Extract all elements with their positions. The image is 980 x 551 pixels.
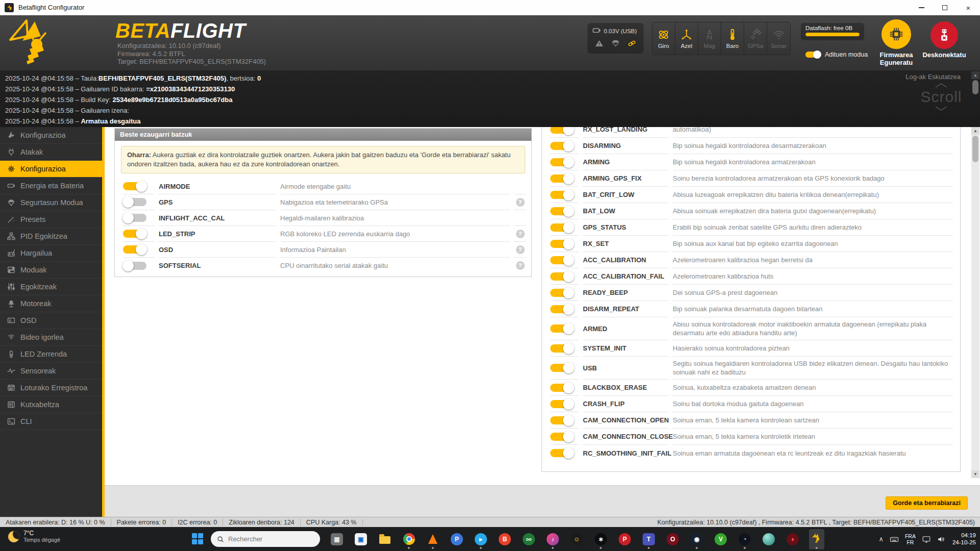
chrome-icon[interactable] [401,529,416,549]
touch-keyboard-icon[interactable] [922,535,931,544]
disarming-toggle[interactable] [550,142,574,150]
disconnect-button[interactable]: Deskonektatu [914,21,975,59]
help-icon[interactable]: ? [516,198,525,207]
speaker-icon[interactable] [937,535,946,544]
sidebar-item-konfigurazioa[interactable]: Konfigurazioa [0,127,102,144]
log-scrollbar-thumb[interactable] [972,80,978,94]
help-icon[interactable]: ? [516,230,525,238]
blackbox-erase-toggle[interactable] [550,384,574,392]
pinterest-app-icon[interactable]: P [617,529,632,549]
cam-connection-close-toggle[interactable] [550,433,574,441]
sidebar-item-moduak[interactable]: Moduak [0,262,102,279]
sidebar-item-loturako-erregistroa[interactable]: Loturako Erregistroa [0,380,102,396]
steam-app-icon[interactable]: ◉ [689,529,704,549]
disarm-repeat-toggle[interactable] [550,305,574,313]
help-icon[interactable]: ? [516,261,525,270]
start-button[interactable] [192,533,203,544]
scroll-down-arrow-icon[interactable]: ▼ [971,470,979,478]
sidebar-item-led-zerrenda[interactable]: LED Zerrenda [0,346,102,363]
bat-low-toggle[interactable] [550,207,574,215]
rx-lost-landing-toggle[interactable] [550,127,574,134]
sidebar-item-motoreak[interactable]: Motoreak [0,295,102,312]
paint-app-icon[interactable]: P [449,529,464,549]
green-app-icon[interactable]: oo [521,529,536,549]
sidebar-item-kutxabeltza[interactable]: Kutxabeltza [0,396,102,413]
sidebar-item-energia-eta-bateria[interactable]: Energia eta Bateria [0,178,102,194]
language-indicator[interactable]: FRA FR [905,533,916,545]
maximize-button[interactable] [933,0,957,15]
taskbar-weather[interactable]: 7°C Temps dégagé [8,530,60,543]
log-scrollbar[interactable]: ▲ [971,71,979,126]
sidebar-item-segurtasun-modua[interactable]: Segurtasun Modua [0,194,102,211]
minimize-button[interactable] [910,0,933,15]
help-icon[interactable]: ? [516,245,525,254]
file-explorer-icon[interactable] [377,529,393,549]
sidebar-item-egokitzeak[interactable]: Egokitzeak [0,279,102,295]
sidebar-item-bideo-igorlea[interactable]: Bideo igorlea [0,329,102,346]
window-title: Betaflight Configurator [18,4,84,11]
microsoft-store-icon[interactable]: ▣ [353,529,369,549]
save-and-reboot-button[interactable]: Gorde eta berrabiarazi [886,496,968,510]
telegram-icon[interactable]: ▸ [473,529,488,549]
betaflight-app-icon[interactable] [809,529,824,549]
close-button[interactable]: × [957,0,980,15]
sidebar-item-sensoreak[interactable]: Sensoreak [0,363,102,380]
arming-gps-fix-toggle[interactable] [550,174,574,183]
softserial-toggle[interactable] [123,262,146,270]
log-scroll-indicator[interactable]: Scroll [917,83,966,111]
system-init-toggle[interactable] [550,344,574,353]
usb-toggle[interactable] [550,364,574,372]
bat-crit-low-toggle[interactable] [550,191,574,199]
osd-toggle[interactable] [123,245,146,254]
inflight-acc-cal-toggle[interactable] [123,214,146,222]
sidebar-item-label: Presets [20,215,45,223]
led-strip-toggle[interactable] [123,230,146,238]
chatgpt-app-icon[interactable]: ∗ [593,529,608,549]
scroll-up-arrow-icon[interactable]: ▲ [971,127,979,135]
music-app-icon[interactable]: ♪ [545,529,560,549]
rx-set-toggle[interactable] [550,240,574,248]
darkred-app-icon[interactable]: ♦ [785,529,800,549]
ready-beep-toggle[interactable] [550,289,574,297]
hide-logs-link[interactable]: Log-ak Eskutatzea [905,73,961,81]
baro-icon [726,28,739,41]
gps-toggle[interactable] [123,198,146,206]
taskbar-clock[interactable]: 04:19 24-10-25 [952,532,976,546]
arming-toggle[interactable] [550,158,574,166]
vlc-icon[interactable] [425,529,440,549]
sidebar-item-pid-egokitzea[interactable]: PID Egokitzea [0,228,102,245]
cam-connection-open-toggle[interactable] [550,416,574,424]
rc-smoothing-init-fail-toggle[interactable] [550,449,574,457]
sphere-app-icon[interactable] [761,529,776,549]
sidebar-item-konfigurazioa[interactable]: Konfigurazioa [0,161,102,178]
log-line: 2025-10-24 @04:15:58 – Gailuaren ID baka… [5,84,261,94]
hidden-icons-caret[interactable]: ∧ [878,535,884,543]
sidebar-item-atakak[interactable]: Atakak [0,144,102,161]
sidebar-item-osd[interactable]: OSD [0,312,102,329]
content-scrollbar-thumb[interactable] [972,136,978,162]
green-v-app-icon[interactable]: V [713,529,728,549]
sidebar-item-hargailua[interactable]: Hargailua [0,245,102,262]
teams-app-icon[interactable]: T [641,529,656,549]
keyboard-icon[interactable] [890,535,899,544]
expert-mode-toggle[interactable] [805,52,821,58]
armed-toggle[interactable] [550,324,574,333]
clock-app-icon[interactable]: ◔ [737,529,752,549]
brave-icon[interactable]: B [497,529,512,549]
sidebar-item-presets[interactable]: Presets [0,211,102,228]
feature-name: INFLIGHT_ACC_CAL [159,210,276,226]
airmode-toggle[interactable] [123,182,146,190]
gps-status-toggle[interactable] [550,223,574,232]
sidebar-item-cli[interactable]: CLI [0,413,102,430]
emoji-app-icon[interactable]: ☺ [569,529,584,549]
opera-app-icon[interactable]: O [665,529,680,549]
acc-calibration-toggle[interactable] [550,256,574,264]
content-scrollbar[interactable]: ▲ ▼ [971,127,979,478]
widgets-app-icon[interactable]: ▦ [329,529,345,549]
crash-flip-toggle[interactable] [550,400,574,408]
acc-calibration-fail-toggle[interactable] [550,272,574,281]
taskbar-search[interactable] [211,531,320,547]
scroll-up-arrow-icon[interactable]: ▲ [971,71,979,79]
sensor-sonar: Sonar [767,22,790,55]
search-input[interactable] [228,535,305,543]
